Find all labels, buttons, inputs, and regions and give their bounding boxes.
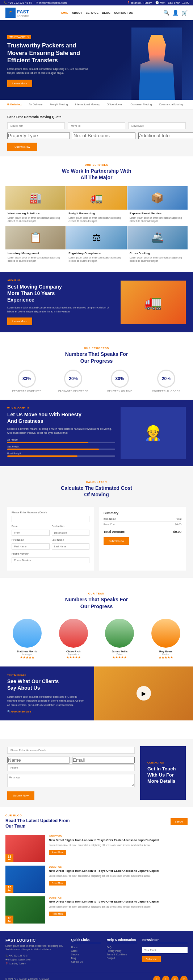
team-stars-james: ★★★★★ [98, 655, 142, 659]
team-photo-james [105, 619, 134, 648]
newsletter-input[interactable] [142, 947, 188, 953]
calc-phone-input[interactable] [11, 557, 89, 563]
stat-delivery: 30% DELIVERY ON TIME [99, 370, 141, 393]
bedrooms-input[interactable] [73, 132, 136, 139]
about-btn[interactable]: Learn More [7, 318, 32, 325]
stat-circle-packages: 20% [64, 370, 82, 388]
team-role-matthew: Manager [5, 653, 49, 655]
nav-about[interactable]: ABOUT [72, 11, 82, 14]
calc-left: Please Enter Necessary Details From Dest… [7, 507, 94, 571]
testimonial-right: ▶ [94, 667, 193, 721]
nav-blog[interactable]: BLOG [102, 11, 110, 14]
team-grid: Matthew Morris Manager ★★★★★ Claire Rich… [5, 619, 188, 659]
service-tabs-bar: E-Ordering Air Delivery Freight Moving I… [0, 100, 193, 110]
service-desc-warehousing: Lorem ipsum dolor sit amet consectetur a… [8, 216, 63, 223]
footer-link-home[interactable]: Home [71, 946, 101, 948]
blog-more-3[interactable]: Read More [49, 912, 66, 916]
team-photo-claire [59, 619, 88, 648]
stat-num-projects: 83% [22, 376, 31, 381]
blog-see-all-btn[interactable]: See All [171, 818, 188, 825]
about-title: Best Moving CompanyMore Than 10 YearsExp… [7, 283, 115, 303]
progress-fill-air [7, 442, 88, 443]
service-card-express: 📦 Express Parcel Service Lorem ipsum dol… [128, 186, 188, 225]
service-img-cross: 🚢 [128, 226, 188, 250]
progress-fill-sea [7, 449, 99, 450]
calc-destination-input[interactable] [52, 530, 90, 536]
user-icon[interactable]: 👤 [172, 10, 179, 16]
tab-commercial-moving[interactable]: Commercial Moving [155, 100, 187, 110]
footer-link-contact[interactable]: Contact Us [71, 961, 101, 963]
calc-submit-btn[interactable]: Submit Now [104, 537, 129, 545]
team-title: Numbers That Speaks ForOur Progress [9, 596, 184, 609]
footer-help-title: Help & Information [107, 938, 137, 943]
contact-details-input[interactable] [7, 747, 135, 754]
stat-label-projects: PROJECTS COMPLETE [5, 390, 48, 393]
nav-contact[interactable]: CONTACT US [114, 11, 133, 14]
footer-about: FAST LOGISTIC Lorem ipsum dolor sit amet… [5, 938, 66, 966]
progress-sea: Sea Freight [7, 445, 115, 450]
footer-link-faq[interactable]: FAQ [107, 946, 137, 948]
tab-container-moving[interactable]: Container Moving [127, 100, 155, 110]
additional-info-input[interactable] [138, 132, 193, 139]
calc-details-input[interactable] [11, 516, 89, 522]
team-name-matthew: Matthew Morris [5, 650, 49, 653]
about-desc: Lorem ipsum dolor sit amet consectetur a… [7, 306, 115, 313]
blog-title: Read The Latest Updated FromOur Team [5, 818, 70, 829]
tab-international-moving[interactable]: International Moving [71, 100, 103, 110]
team-card-matthew: Matthew Morris Manager ★★★★★ [5, 619, 49, 659]
linkedin-icon[interactable]: in [171, 976, 179, 980]
footer-phone: 📞 +90 212 123 45 67 [5, 954, 66, 957]
footer-link-privacy[interactable]: Privacy Policy [107, 950, 137, 952]
nav-home[interactable]: HOME [59, 11, 68, 14]
contact-message-input[interactable] [7, 774, 135, 787]
search-icon[interactable]: 🔍 [163, 10, 169, 16]
hero-btn[interactable]: Learn More [7, 80, 32, 87]
logo: F FAST LOGISTIC [5, 8, 29, 18]
honesty-left: WHY CHOOSE US Let Us Move You With Hones… [7, 407, 115, 459]
service-desc-express: Lorem ipsum dolor sit amet consectetur a… [130, 216, 185, 223]
calc-summary-title: Summary [104, 511, 182, 515]
move-to-input[interactable] [68, 123, 125, 129]
blog-card-2: 18Jan LOGISTICS New Direct Flights from … [5, 865, 188, 893]
blog-more-1[interactable]: Read More [49, 850, 66, 855]
service-card-warehousing: 🏭 Warehousing Solutions Lorem ipsum dolo… [5, 186, 65, 225]
footer-link-about[interactable]: About [71, 950, 101, 952]
tab-office-moving[interactable]: Office Moving [103, 100, 127, 110]
blog-more-2[interactable]: Read More [49, 881, 66, 886]
facebook-icon[interactable]: f [153, 976, 160, 980]
service-card-regulatory: ⚖ Regulatory Compliance Lorem ipsum dolo… [66, 226, 126, 265]
contact-email-input[interactable] [72, 757, 135, 764]
calc-lastname-input[interactable] [52, 543, 90, 550]
property-type-input[interactable] [7, 132, 70, 139]
top-bar-phone: 📞 +90 212 123 45 67 [4, 1, 32, 4]
youtube-icon[interactable]: y [180, 976, 188, 980]
workers-icon: 👷 [144, 424, 162, 441]
contact-name-input[interactable] [7, 757, 70, 764]
tab-air-delivery[interactable]: Air Delivery [25, 100, 46, 110]
service-img-regulatory: ⚖ [66, 226, 126, 250]
move-date-input[interactable] [128, 123, 186, 129]
play-btn[interactable]: ▶ [137, 686, 151, 700]
newsletter-btn[interactable]: Subscribe [142, 956, 161, 962]
team-photo-matthew [13, 619, 41, 648]
twitter-icon[interactable]: t [162, 976, 169, 980]
tab-freight-moving[interactable]: Freight Moving [46, 100, 72, 110]
footer-address: 📍 Istanbul, Turkey [5, 962, 66, 965]
tab-eordering[interactable]: E-Ordering [4, 100, 25, 110]
footer-link-terms[interactable]: Terms & Conditions [107, 953, 137, 956]
services-section-header: OUR SERVICES We Work In Partnership With… [0, 156, 193, 186]
top-bar-left: 📞 +90 212 123 45 67 ✉ info@fastlogistic.… [4, 1, 67, 4]
footer-link-blog[interactable]: Blog [71, 957, 101, 959]
cart-icon[interactable]: 🛒 [182, 10, 188, 16]
nav-service[interactable]: SERVICE [86, 11, 99, 14]
contact-submit-btn[interactable]: Submit Now [7, 791, 34, 800]
service-name-regulatory: Regulatory Compliance [69, 251, 124, 255]
calc-from-input[interactable] [11, 530, 49, 536]
contact-phone-input[interactable] [7, 764, 135, 771]
calc-firstname-input[interactable] [11, 543, 49, 550]
footer-link-service[interactable]: Service [71, 953, 101, 956]
move-from-input[interactable] [7, 123, 65, 129]
quote-submit-btn[interactable]: Submit Now [7, 143, 37, 151]
team-card-james: James Tullis Driver ★★★★★ [98, 619, 142, 659]
footer-link-support[interactable]: Support [107, 957, 137, 959]
